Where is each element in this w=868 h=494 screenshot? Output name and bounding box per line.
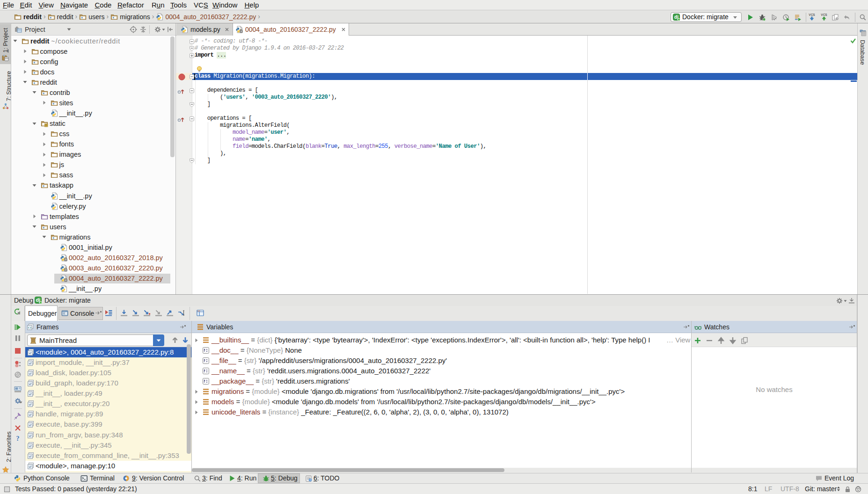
svg-text:?: ?: [16, 435, 20, 442]
svg-text:VCS: VCS: [821, 13, 827, 16]
svg-text:VCS: VCS: [809, 13, 815, 16]
